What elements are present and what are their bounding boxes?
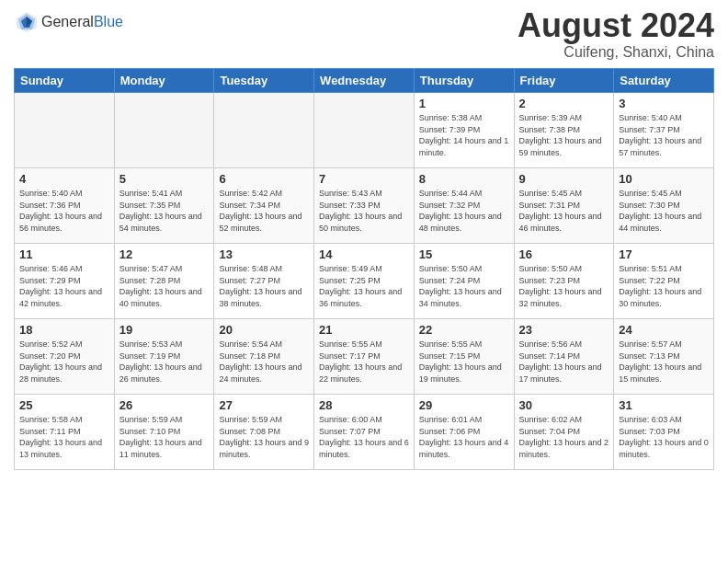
day-info: Sunrise: 6:01 AM Sunset: 7:06 PM Dayligh… — [419, 414, 509, 460]
day-info: Sunrise: 5:42 AM Sunset: 7:34 PM Dayligh… — [219, 188, 309, 234]
day-info: Sunrise: 5:44 AM Sunset: 7:32 PM Dayligh… — [419, 188, 509, 234]
day-number: 8 — [419, 172, 509, 186]
day-info: Sunrise: 5:38 AM Sunset: 7:39 PM Dayligh… — [419, 112, 509, 158]
day-number: 14 — [319, 247, 409, 261]
day-info: Sunrise: 5:51 AM Sunset: 7:22 PM Dayligh… — [619, 263, 709, 309]
calendar-cell: 29Sunrise: 6:01 AM Sunset: 7:06 PM Dayli… — [414, 395, 514, 470]
logo-general-text: General — [41, 14, 94, 29]
day-number: 22 — [419, 323, 509, 337]
day-info: Sunrise: 5:40 AM Sunset: 7:37 PM Dayligh… — [619, 112, 709, 158]
day-number: 18 — [19, 323, 109, 337]
day-info: Sunrise: 5:47 AM Sunset: 7:28 PM Dayligh… — [119, 263, 210, 309]
logo-text: GeneralBlue — [41, 14, 123, 30]
day-info: Sunrise: 5:39 AM Sunset: 7:38 PM Dayligh… — [519, 112, 609, 158]
day-number: 26 — [119, 398, 210, 412]
day-number: 29 — [419, 398, 509, 412]
calendar-cell: 20Sunrise: 5:54 AM Sunset: 7:18 PM Dayli… — [214, 319, 314, 395]
day-info: Sunrise: 5:55 AM Sunset: 7:15 PM Dayligh… — [419, 339, 509, 385]
calendar-cell: 23Sunrise: 5:56 AM Sunset: 7:14 PM Dayli… — [514, 319, 614, 395]
month-year: August 2024 — [518, 9, 714, 42]
col-thursday: Thursday — [414, 69, 514, 93]
col-friday: Friday — [514, 69, 614, 93]
day-info: Sunrise: 6:02 AM Sunset: 7:04 PM Dayligh… — [519, 414, 609, 460]
day-number: 3 — [619, 97, 709, 110]
page-header: GeneralBlue August 2024 Cuifeng, Shanxi,… — [14, 9, 714, 61]
calendar-cell: 25Sunrise: 5:58 AM Sunset: 7:11 PM Dayli… — [15, 395, 115, 470]
day-info: Sunrise: 5:58 AM Sunset: 7:11 PM Dayligh… — [19, 414, 109, 460]
day-number: 30 — [519, 398, 609, 412]
calendar-header-row: Sunday Monday Tuesday Wednesday Thursday… — [15, 69, 714, 93]
calendar-cell: 14Sunrise: 5:49 AM Sunset: 7:25 PM Dayli… — [314, 244, 415, 319]
day-info: Sunrise: 5:48 AM Sunset: 7:27 PM Dayligh… — [219, 263, 309, 309]
day-info: Sunrise: 5:49 AM Sunset: 7:25 PM Dayligh… — [319, 263, 409, 309]
day-number: 21 — [319, 323, 409, 337]
day-info: Sunrise: 5:41 AM Sunset: 7:35 PM Dayligh… — [119, 188, 210, 234]
col-wednesday: Wednesday — [314, 69, 415, 93]
calendar-cell — [114, 93, 214, 168]
day-number: 4 — [19, 172, 109, 186]
day-info: Sunrise: 5:59 AM Sunset: 7:10 PM Dayligh… — [119, 414, 210, 460]
calendar-cell: 30Sunrise: 6:02 AM Sunset: 7:04 PM Dayli… — [514, 395, 614, 470]
day-info: Sunrise: 5:54 AM Sunset: 7:18 PM Dayligh… — [219, 339, 309, 385]
day-number: 31 — [619, 398, 709, 412]
day-info: Sunrise: 5:53 AM Sunset: 7:19 PM Dayligh… — [119, 339, 210, 385]
calendar-cell: 28Sunrise: 6:00 AM Sunset: 7:07 PM Dayli… — [314, 395, 415, 470]
day-info: Sunrise: 5:43 AM Sunset: 7:33 PM Dayligh… — [319, 188, 409, 234]
day-number: 6 — [219, 172, 309, 186]
day-number: 11 — [19, 247, 109, 261]
calendar-cell: 31Sunrise: 6:03 AM Sunset: 7:03 PM Dayli… — [614, 395, 714, 470]
day-info: Sunrise: 5:45 AM Sunset: 7:31 PM Dayligh… — [519, 188, 609, 234]
calendar-cell: 10Sunrise: 5:45 AM Sunset: 7:30 PM Dayli… — [614, 168, 714, 244]
title-area: August 2024 Cuifeng, Shanxi, China — [518, 9, 714, 61]
calendar-cell: 4Sunrise: 5:40 AM Sunset: 7:36 PM Daylig… — [15, 168, 115, 244]
col-saturday: Saturday — [614, 69, 714, 93]
day-number: 19 — [119, 323, 210, 337]
day-number: 24 — [619, 323, 709, 337]
day-number: 1 — [419, 97, 509, 110]
day-info: Sunrise: 5:59 AM Sunset: 7:08 PM Dayligh… — [219, 414, 309, 460]
calendar-cell: 7Sunrise: 5:43 AM Sunset: 7:33 PM Daylig… — [314, 168, 415, 244]
day-number: 13 — [219, 247, 309, 261]
logo-icon — [14, 9, 40, 35]
day-number: 7 — [319, 172, 409, 186]
day-info: Sunrise: 5:45 AM Sunset: 7:30 PM Dayligh… — [619, 188, 709, 234]
calendar-cell: 26Sunrise: 5:59 AM Sunset: 7:10 PM Dayli… — [114, 395, 214, 470]
day-info: Sunrise: 6:00 AM Sunset: 7:07 PM Dayligh… — [319, 414, 409, 460]
day-number: 9 — [519, 172, 609, 186]
day-info: Sunrise: 5:40 AM Sunset: 7:36 PM Dayligh… — [19, 188, 109, 234]
day-info: Sunrise: 5:55 AM Sunset: 7:17 PM Dayligh… — [319, 339, 409, 385]
calendar-week-4: 18Sunrise: 5:52 AM Sunset: 7:20 PM Dayli… — [15, 319, 714, 395]
day-info: Sunrise: 6:03 AM Sunset: 7:03 PM Dayligh… — [619, 414, 709, 460]
logo: GeneralBlue — [14, 9, 123, 35]
day-number: 15 — [419, 247, 509, 261]
calendar-cell: 24Sunrise: 5:57 AM Sunset: 7:13 PM Dayli… — [614, 319, 714, 395]
col-sunday: Sunday — [15, 69, 115, 93]
calendar-cell: 9Sunrise: 5:45 AM Sunset: 7:31 PM Daylig… — [514, 168, 614, 244]
calendar-cell: 17Sunrise: 5:51 AM Sunset: 7:22 PM Dayli… — [614, 244, 714, 319]
calendar-week-3: 11Sunrise: 5:46 AM Sunset: 7:29 PM Dayli… — [15, 244, 714, 319]
day-number: 16 — [519, 247, 609, 261]
calendar-cell: 2Sunrise: 5:39 AM Sunset: 7:38 PM Daylig… — [514, 93, 614, 168]
calendar-cell: 19Sunrise: 5:53 AM Sunset: 7:19 PM Dayli… — [114, 319, 214, 395]
calendar-cell: 12Sunrise: 5:47 AM Sunset: 7:28 PM Dayli… — [114, 244, 214, 319]
calendar-cell: 11Sunrise: 5:46 AM Sunset: 7:29 PM Dayli… — [15, 244, 115, 319]
calendar-cell — [214, 93, 314, 168]
calendar-cell: 5Sunrise: 5:41 AM Sunset: 7:35 PM Daylig… — [114, 168, 214, 244]
location: Cuifeng, Shanxi, China — [518, 44, 714, 61]
day-number: 25 — [19, 398, 109, 412]
calendar-week-5: 25Sunrise: 5:58 AM Sunset: 7:11 PM Dayli… — [15, 395, 714, 470]
day-number: 12 — [119, 247, 210, 261]
day-number: 10 — [619, 172, 709, 186]
calendar-cell: 3Sunrise: 5:40 AM Sunset: 7:37 PM Daylig… — [614, 93, 714, 168]
col-monday: Monday — [114, 69, 214, 93]
logo-blue-text: Blue — [94, 14, 123, 29]
calendar-week-2: 4Sunrise: 5:40 AM Sunset: 7:36 PM Daylig… — [15, 168, 714, 244]
calendar-table: Sunday Monday Tuesday Wednesday Thursday… — [14, 68, 714, 470]
day-number: 28 — [319, 398, 409, 412]
col-tuesday: Tuesday — [214, 69, 314, 93]
day-number: 5 — [119, 172, 210, 186]
day-number: 27 — [219, 398, 309, 412]
calendar-cell: 1Sunrise: 5:38 AM Sunset: 7:39 PM Daylig… — [414, 93, 514, 168]
calendar-cell: 13Sunrise: 5:48 AM Sunset: 7:27 PM Dayli… — [214, 244, 314, 319]
day-info: Sunrise: 5:46 AM Sunset: 7:29 PM Dayligh… — [19, 263, 109, 309]
